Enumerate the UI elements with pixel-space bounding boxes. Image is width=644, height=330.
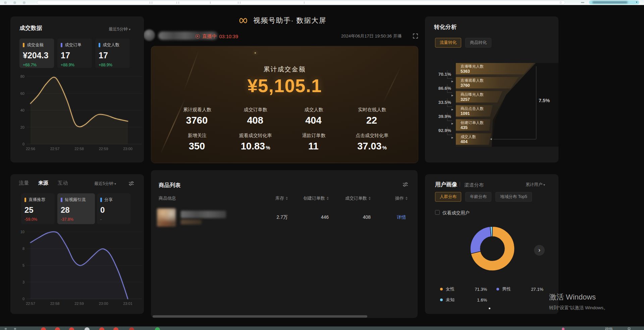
accent-bar xyxy=(61,43,62,47)
metric-delta: +68.7% xyxy=(23,63,51,67)
windows-watermark: 激活 Windows 转到“设置”以激活 Windows。 xyxy=(549,292,608,311)
deal-users-only-checkbox[interactable] xyxy=(435,210,440,215)
legend-dot xyxy=(440,288,443,290)
svg-text:3: 3 xyxy=(22,280,24,284)
funnel-tabs: 流量转化 商品转化 xyxy=(435,38,491,48)
taskbar-app-icon[interactable] xyxy=(155,327,160,330)
tab-traffic[interactable]: 流量 xyxy=(19,180,29,186)
windows-taskbar: 23:01 xyxy=(0,326,644,330)
tab-age-distribution[interactable]: 年龄分布 xyxy=(465,192,491,202)
live-duration: 03:10:39 xyxy=(219,34,238,39)
horizontal-scrollbar[interactable] xyxy=(153,315,367,318)
legend-dot xyxy=(496,288,499,290)
taskbar-app-icon[interactable] xyxy=(129,327,134,330)
pagination-dot[interactable] xyxy=(489,308,490,309)
metric-label: 成交人数 xyxy=(103,42,119,48)
caret-down-icon: ▾ xyxy=(114,182,116,186)
tab-user-portrait[interactable]: 用户画像 xyxy=(435,181,457,188)
accent-bar xyxy=(61,198,62,202)
taskbar-app-icon[interactable] xyxy=(113,327,118,330)
metric-value: 25 xyxy=(24,205,51,215)
user-scope-selector[interactable]: 累计用户▾ xyxy=(526,182,545,188)
tab-region-distribution[interactable]: 地域分布 Top5 xyxy=(495,192,532,202)
tab-interaction[interactable]: 互动 xyxy=(58,180,68,186)
sort-icon[interactable] xyxy=(327,197,329,200)
svg-text:22:57: 22:57 xyxy=(26,302,35,306)
cell-created-orders: 446 xyxy=(295,214,329,220)
fullscreen-icon[interactable] xyxy=(413,33,418,40)
tab-source[interactable]: 来源 xyxy=(38,180,48,186)
metric-delta: +88.9% xyxy=(61,63,89,67)
arrow-right-icon: ▸ xyxy=(451,93,453,97)
metric-value: 17 xyxy=(61,51,89,60)
taskbar-app-icon[interactable] xyxy=(41,327,46,330)
taskbar-app-icon[interactable] xyxy=(85,327,90,330)
browser-refresh-icon[interactable] xyxy=(23,1,25,4)
stat-cell: 实时在线人数22 xyxy=(343,107,401,126)
svg-text:22:59: 22:59 xyxy=(74,302,84,306)
metric-label: 短视频引流 xyxy=(65,197,86,203)
cell-stock: 2.7万 xyxy=(254,214,288,220)
metric-card-short-video[interactable]: 短视频引流 28 -37.8% xyxy=(57,193,95,224)
taskbar-start-icon[interactable] xyxy=(5,328,7,330)
taskbar-search-icon[interactable] xyxy=(14,328,16,330)
accent-bar xyxy=(99,43,100,47)
taskbar-clock[interactable]: 23:01 xyxy=(605,327,613,330)
extension-icon[interactable] xyxy=(581,2,584,3)
arrow-right-icon: ▸ xyxy=(451,136,453,139)
chevron-right-icon[interactable]: › xyxy=(534,245,545,256)
browser-profile-chip[interactable]: ▾ xyxy=(589,0,639,4)
column-header-action[interactable]: 操作 xyxy=(367,195,408,201)
column-header-deal-orders[interactable]: 成交订单数 xyxy=(330,195,371,201)
overview-card: 累计成交金额 ¥5,105.1 累计观看人数3760 成交订单数408 成交人数… xyxy=(151,46,418,163)
detail-link[interactable]: 详情 xyxy=(397,214,406,220)
arrow-right-icon: ▸ xyxy=(451,108,453,111)
time-range-selector[interactable]: 最近5分钟▾ xyxy=(109,26,130,32)
metric-label: 成交订单 xyxy=(65,42,82,48)
metric-card-deal-amount[interactable]: 成交金额 ¥204.3 +68.7% xyxy=(19,39,54,68)
svg-text:23:01: 23:01 xyxy=(123,302,132,306)
divider: | xyxy=(459,181,461,187)
address-bar[interactable]: ☆ xyxy=(37,1,565,4)
tab-channel-distribution[interactable]: 渠道分布 xyxy=(464,182,484,188)
taskbar-tray-icon[interactable] xyxy=(562,328,565,330)
address-text-fragment xyxy=(150,2,150,4)
bookmark-star-icon[interactable]: ☆ xyxy=(559,1,562,5)
address-text-fragment xyxy=(210,2,211,4)
show-desktop-button[interactable] xyxy=(628,328,630,330)
tab-product-conversion[interactable]: 商品转化 xyxy=(465,38,491,48)
time-range-selector[interactable]: 最近5分钟▾ xyxy=(94,181,116,187)
stats-row-1: 累计观看人数3760 成交订单数408 成交人数404 实时在线人数22 xyxy=(168,107,401,126)
svg-text:0: 0 xyxy=(22,297,24,301)
time-range-label: 最近5分钟 xyxy=(94,181,113,186)
funnel-bar: 商品点击人数1091 xyxy=(456,105,493,117)
user-scope-label: 累计用户 xyxy=(526,182,542,187)
column-header-stock[interactable]: 库存 xyxy=(248,195,288,201)
browser-back-icon[interactable] xyxy=(4,1,7,4)
metric-card-deal-orders[interactable]: 成交订单 17 +88.9% xyxy=(57,39,92,68)
taskbar-app-icon[interactable] xyxy=(55,327,60,330)
metric-card-live-recommend[interactable]: 直播推荐 25 -59.0% xyxy=(21,193,55,224)
column-header-created-orders[interactable]: 创建订单数 xyxy=(288,195,329,201)
svg-text:0: 0 xyxy=(22,142,24,146)
product-thumbnail xyxy=(157,208,176,226)
metric-card-deal-buyers[interactable]: 成交人数 17 +88.9% xyxy=(95,39,130,68)
address-text-fragment xyxy=(176,2,177,4)
sort-icon[interactable] xyxy=(286,197,288,200)
taskbar-app-icon[interactable] xyxy=(69,327,74,330)
sort-icon[interactable] xyxy=(406,197,408,200)
tab-traffic-conversion[interactable]: 流量转化 xyxy=(435,38,461,48)
stat-cell: 观看成交转化率10.83% xyxy=(226,133,285,152)
tab-crowd-distribution[interactable]: 人群分布 xyxy=(435,192,461,202)
legend-item-unknown: 未知 1.6% xyxy=(440,297,487,303)
filter-icon[interactable] xyxy=(402,182,408,189)
taskbar-app-icon[interactable] xyxy=(99,327,104,330)
arrow-left-icon: ◂ xyxy=(490,137,492,141)
metric-value: 0 xyxy=(100,205,127,215)
browser-forward-icon[interactable] xyxy=(13,1,16,4)
checkbox-label: 仅看成交用户 xyxy=(442,210,470,216)
product-tag-blurred xyxy=(181,219,202,224)
filter-icon[interactable] xyxy=(128,181,134,188)
metric-card-share[interactable]: 分享 0 - xyxy=(97,193,130,224)
product-list-panel: 商品列表 商品信息 库存 创建订单数 成交订单数 操作 2.7万 446 408… xyxy=(151,170,418,318)
